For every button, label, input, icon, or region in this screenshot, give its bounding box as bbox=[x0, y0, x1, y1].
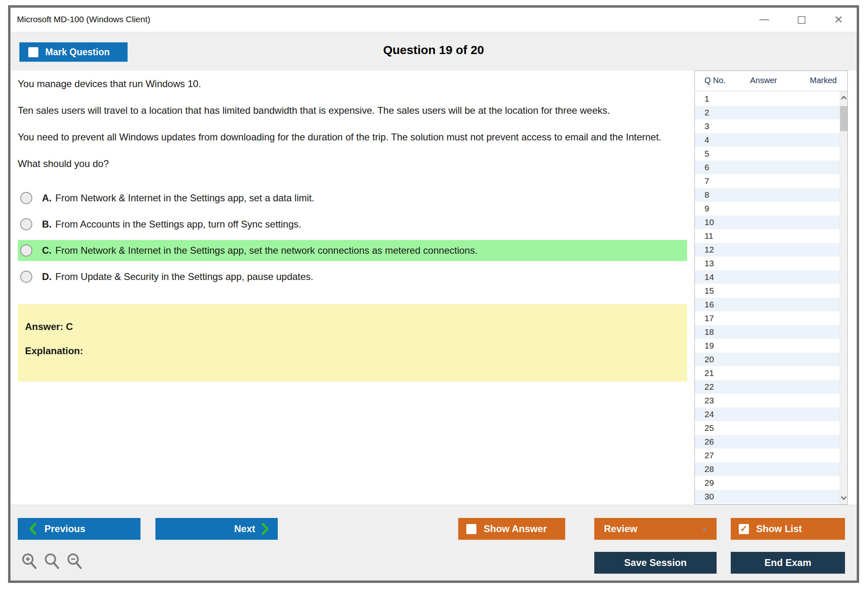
question-list-row[interactable]: 13 bbox=[695, 257, 840, 270]
maximize-icon bbox=[798, 16, 805, 24]
show-answer-checkbox-icon[interactable] bbox=[466, 524, 476, 534]
review-label: Review bbox=[604, 523, 637, 535]
question-number: 10 bbox=[695, 217, 739, 227]
question-number: 29 bbox=[695, 478, 739, 488]
scroll-up-button[interactable] bbox=[840, 91, 847, 104]
option-letter: D. bbox=[42, 271, 52, 282]
show-list-label: Show List bbox=[756, 523, 802, 535]
radio-button-icon[interactable] bbox=[20, 271, 32, 283]
option-text: From Network & Internet in the Settings … bbox=[55, 245, 478, 256]
question-list-body: 1234567891011121314151617181920212223242… bbox=[695, 91, 847, 504]
answer-option[interactable]: C.From Network & Internet in the Setting… bbox=[18, 240, 687, 261]
column-header-answer: Answer bbox=[750, 76, 777, 85]
question-number: 18 bbox=[695, 327, 739, 337]
show-answer-button[interactable]: Show Answer bbox=[458, 518, 565, 540]
question-number: 3 bbox=[695, 121, 739, 131]
question-number: 6 bbox=[695, 163, 739, 172]
question-paragraph: You manage devices that run Windows 10. bbox=[18, 77, 688, 91]
radio-button-icon[interactable] bbox=[20, 218, 32, 230]
save-session-label: Save Session bbox=[624, 557, 687, 568]
previous-button[interactable]: Previous bbox=[18, 518, 140, 540]
show-list-checked-checkbox-icon[interactable]: ✓ bbox=[739, 524, 749, 534]
answer-label: Answer: C bbox=[25, 321, 680, 332]
question-list-row[interactable]: 7 bbox=[695, 174, 840, 188]
question-list-row[interactable]: 28 bbox=[695, 462, 840, 476]
question-list-row[interactable]: 1 bbox=[695, 92, 840, 106]
question-list-row[interactable]: 14 bbox=[695, 270, 840, 284]
scroll-down-button[interactable] bbox=[840, 491, 847, 504]
question-list-row[interactable]: 16 bbox=[695, 298, 840, 311]
title-bar: Microsoft MD-100 (Windows Client) ✕ bbox=[10, 8, 857, 32]
show-list-button[interactable]: ✓ Show List bbox=[731, 518, 845, 540]
question-number: 14 bbox=[695, 272, 739, 282]
option-letter: B. bbox=[42, 219, 52, 230]
scrollbar-thumb[interactable] bbox=[840, 106, 847, 131]
question-list-row[interactable]: 2 bbox=[695, 106, 840, 119]
answer-options: A.From Network & Internet in the Setting… bbox=[18, 188, 688, 287]
question-number: 1 bbox=[695, 94, 739, 104]
question-list-row[interactable]: 24 bbox=[695, 407, 840, 421]
question-list-scrollbar[interactable] bbox=[840, 91, 847, 504]
question-list-row[interactable]: 25 bbox=[695, 421, 840, 435]
minimize-button[interactable] bbox=[757, 13, 771, 27]
question-list-row[interactable]: 21 bbox=[695, 366, 840, 380]
answer-option[interactable]: A.From Network & Internet in the Setting… bbox=[18, 188, 687, 209]
question-list-row[interactable]: 12 bbox=[695, 243, 840, 257]
question-number: 7 bbox=[695, 176, 739, 186]
question-list-row[interactable]: 10 bbox=[695, 215, 840, 229]
column-header-marked: Marked bbox=[810, 76, 837, 85]
answer-option[interactable]: B.From Accounts in the Settings app, tur… bbox=[18, 214, 687, 235]
next-label: Next bbox=[234, 523, 255, 535]
answer-box: Answer: C Explanation: bbox=[18, 304, 687, 382]
next-button[interactable]: Next bbox=[155, 518, 278, 540]
option-letter: A. bbox=[42, 192, 52, 204]
explanation-label: Explanation: bbox=[25, 345, 680, 357]
triangle-up-icon[interactable]: ▲ bbox=[701, 525, 717, 532]
column-header-qno: Q No. bbox=[704, 76, 725, 85]
option-text: From Update & Security in the Settings a… bbox=[55, 271, 313, 282]
close-button[interactable]: ✕ bbox=[832, 13, 845, 27]
end-exam-label: End Exam bbox=[764, 557, 811, 568]
question-list-row[interactable]: 4 bbox=[695, 133, 840, 147]
question-list-row[interactable]: 22 bbox=[695, 380, 840, 394]
question-list-row[interactable]: 9 bbox=[695, 202, 840, 215]
window-controls: ✕ bbox=[757, 8, 845, 32]
answer-option[interactable]: D.From Update & Security in the Settings… bbox=[18, 266, 687, 287]
question-list-row[interactable]: 15 bbox=[695, 284, 840, 298]
question-list-row[interactable]: 18 bbox=[695, 325, 840, 339]
save-session-button[interactable]: Save Session bbox=[594, 552, 717, 574]
question-paragraph: You need to prevent all Windows updates … bbox=[18, 130, 688, 144]
minimize-icon bbox=[759, 19, 769, 20]
zoom-reset-icon[interactable] bbox=[44, 553, 61, 570]
maximize-button[interactable] bbox=[795, 13, 808, 27]
question-list-panel: Q No. Answer Marked 12345678910111213141… bbox=[694, 71, 848, 505]
question-paragraph: What should you do? bbox=[18, 157, 688, 171]
question-list-row[interactable]: 5 bbox=[695, 147, 840, 161]
chevron-left-icon bbox=[29, 523, 36, 535]
zoom-in-icon[interactable] bbox=[21, 553, 38, 570]
question-list-row[interactable]: 8 bbox=[695, 188, 840, 202]
question-list-header: Q No. Answer Marked bbox=[695, 71, 847, 91]
window-title: Microsoft MD-100 (Windows Client) bbox=[17, 15, 150, 24]
header-strip: Mark Question Question 19 of 20 bbox=[10, 32, 857, 71]
radio-button-icon[interactable] bbox=[20, 192, 32, 204]
question-number: 25 bbox=[695, 423, 739, 433]
question-list-row[interactable]: 30 bbox=[695, 490, 840, 503]
question-list-rows: 1234567891011121314151617181920212223242… bbox=[695, 92, 840, 503]
question-list-row[interactable]: 11 bbox=[695, 229, 840, 243]
question-list-row[interactable]: 6 bbox=[695, 161, 840, 174]
question-list-row[interactable]: 20 bbox=[695, 353, 840, 366]
question-list-row[interactable]: 17 bbox=[695, 311, 840, 325]
question-number: 9 bbox=[695, 204, 739, 213]
zoom-out-icon[interactable] bbox=[66, 553, 83, 570]
question-list-row[interactable]: 29 bbox=[695, 476, 840, 490]
end-exam-button[interactable]: End Exam bbox=[731, 552, 845, 574]
question-list-row[interactable]: 27 bbox=[695, 449, 840, 462]
radio-button-icon[interactable] bbox=[20, 244, 32, 257]
question-list-row[interactable]: 26 bbox=[695, 435, 840, 449]
question-list-row[interactable]: 19 bbox=[695, 339, 840, 353]
review-button[interactable]: Review ▲ bbox=[594, 518, 717, 540]
question-list-row[interactable]: 23 bbox=[695, 394, 840, 407]
show-answer-label: Show Answer bbox=[484, 523, 547, 535]
question-list-row[interactable]: 3 bbox=[695, 119, 840, 133]
